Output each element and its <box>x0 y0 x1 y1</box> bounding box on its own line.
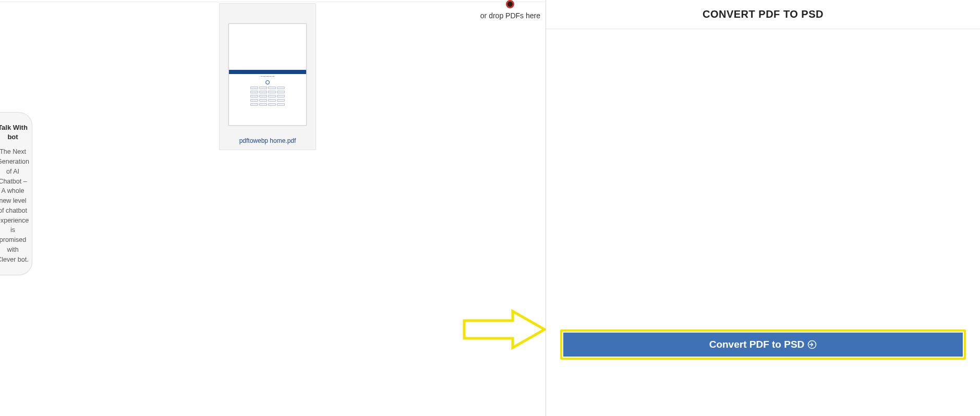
uploaded-file-name: pdftowebp home.pdf <box>224 137 311 144</box>
convert-button[interactable]: Convert PDF to PSD <box>563 333 963 357</box>
convert-panel-title: CONVERT PDF TO PSD <box>546 0 980 29</box>
drop-hint-text: or drop PDFs here <box>480 11 540 20</box>
app-root: Talk With bot The Next Generation of AI … <box>0 0 980 416</box>
uploaded-file-card[interactable]: •• •••• •••• •••• •••• pdftowebp home.pd… <box>219 3 316 150</box>
convert-button-wrap: Convert PDF to PSD <box>560 329 966 360</box>
upload-area[interactable]: or drop PDFs here •• •••• •••• •••• ••••… <box>0 0 546 416</box>
convert-button-label: Convert PDF to PSD <box>709 339 805 350</box>
drop-target-icon <box>506 0 514 8</box>
drop-hint: or drop PDFs here <box>480 0 540 20</box>
arrow-right-circle-icon <box>807 340 817 349</box>
annotation-highlight: Convert PDF to PSD <box>560 329 966 360</box>
convert-panel: CONVERT PDF TO PSD Convert PDF to PSD <box>546 0 980 416</box>
pdf-thumbnail: •• •••• •••• •••• •••• <box>228 23 307 126</box>
annotation-arrow <box>463 310 546 349</box>
svg-marker-0 <box>464 311 545 348</box>
